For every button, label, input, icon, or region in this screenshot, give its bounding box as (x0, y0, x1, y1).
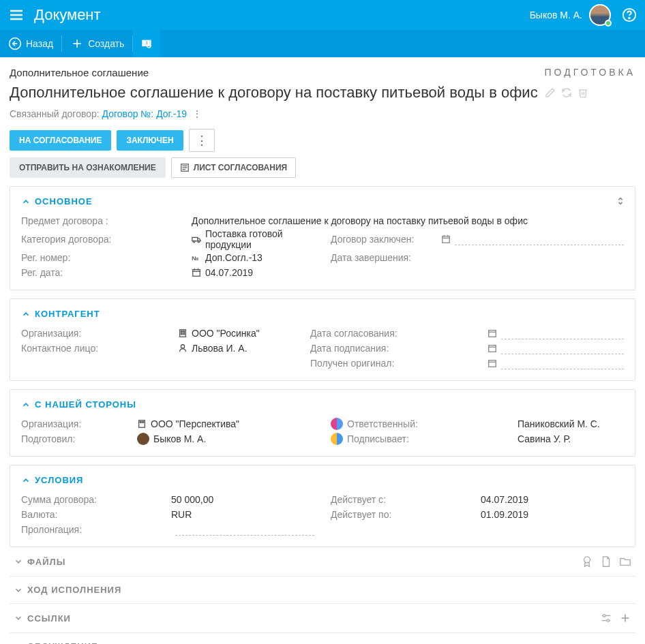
section-files[interactable]: ФАЙЛЫ (10, 547, 635, 577)
category-label: Категория договора: (21, 234, 192, 245)
panel-ourside: С НАШЕЙ СТОРОНЫ Организация: ООО "Перспе… (10, 389, 635, 457)
cp-contact-value[interactable]: Львова И. А. (178, 343, 294, 354)
delete-icon[interactable] (578, 87, 588, 98)
linked-contract-row: Связанный договор: Договор №: Дог.-19 ⋮ (10, 108, 635, 119)
calendar-icon[interactable] (487, 358, 497, 368)
cp-org-label: Организация: (21, 328, 178, 339)
discussion-title: ОБСУЖДЕНИЕ (27, 641, 98, 644)
subject-value: Дополнительное соглашение к договору на … (192, 215, 624, 226)
section-progress[interactable]: ХОД ИСПОЛНЕНИЯ (10, 577, 635, 604)
currency-value: RUR (171, 509, 314, 520)
concluded-label: Договор заключен: (331, 234, 414, 245)
prepared-value[interactable]: Быков М. А. (137, 433, 314, 445)
section-discussion[interactable]: ОБСУЖДЕНИЕ (10, 633, 635, 644)
edit-icon[interactable] (545, 87, 556, 98)
os-org-value[interactable]: ООО "Перспектива" (137, 418, 314, 429)
panel-scroll-icon[interactable] (616, 196, 625, 206)
badge-icon[interactable] (581, 555, 593, 568)
approval-date-input[interactable] (501, 327, 624, 339)
chevron-down-icon (14, 585, 23, 595)
svg-point-48 (603, 615, 606, 617)
avatar-icon (331, 433, 343, 445)
cp-org-value[interactable]: ООО "Росинка" (178, 328, 294, 339)
concluded-button[interactable]: ЗАКЛЮЧЕН (117, 130, 183, 151)
prolongation-input[interactable] (175, 523, 314, 536)
doc-title: Дополнительное соглашение к договору на … (10, 84, 538, 102)
concluded-input[interactable] (455, 233, 624, 245)
linked-value[interactable]: Договор №: Дог.-19 (102, 108, 188, 119)
chevron-down-icon (14, 613, 23, 623)
person-icon (178, 343, 188, 353)
title-actions (545, 87, 588, 98)
svg-point-36 (181, 345, 184, 348)
number-icon: № (192, 253, 201, 262)
currency-label: Валюта: (21, 509, 171, 520)
more-button[interactable]: ⋮ (189, 129, 215, 152)
svg-rect-39 (489, 346, 496, 352)
svg-rect-35 (183, 333, 185, 335)
sign-date-input[interactable] (501, 342, 624, 354)
help-icon[interactable] (622, 7, 637, 22)
back-button[interactable]: Назад (0, 30, 61, 57)
svg-rect-27 (193, 270, 200, 277)
sign-date-label: Дата подписания: (310, 343, 487, 354)
chevron-up-icon[interactable] (21, 309, 31, 319)
section-links[interactable]: ССЫЛКИ (10, 604, 635, 633)
menu-icon[interactable] (8, 7, 25, 23)
toolbar: Назад Создать (0, 30, 645, 57)
calendar-icon[interactable] (441, 234, 451, 244)
calendar-icon[interactable] (487, 343, 497, 353)
chevron-up-icon[interactable] (21, 197, 31, 206)
sum-value: 50 000,00 (171, 494, 314, 505)
panel-terms: УСЛОВИЯ Сумма договора: 50 000,00 Действ… (10, 465, 635, 547)
end-label: Дата завершения: (331, 252, 411, 263)
folder-icon[interactable] (619, 555, 631, 568)
topbar: Документ Быков М. А. (0, 0, 645, 30)
avatar[interactable] (589, 4, 611, 26)
barcode-icon (141, 37, 152, 50)
barcode-button[interactable] (133, 30, 160, 57)
approval-sheet-button[interactable]: ЛИСТ СОГЛАСОВАНИЯ (171, 157, 296, 178)
regnum-label: Рег. номер: (21, 252, 192, 263)
content-area: Дополнительное соглашение ПОДГОТОВКА Доп… (0, 57, 645, 644)
status-label: ПОДГОТОВКА (545, 67, 635, 78)
original-input[interactable] (501, 357, 624, 369)
svg-rect-32 (181, 331, 182, 333)
svg-rect-44 (140, 422, 141, 423)
chevron-up-icon[interactable] (21, 400, 31, 410)
plus-icon[interactable] (619, 612, 631, 624)
sheet-icon (180, 163, 190, 172)
chevron-up-icon[interactable] (21, 476, 31, 485)
links-title: ССЫЛКИ (27, 613, 71, 624)
create-button[interactable]: Создать (62, 30, 132, 57)
calendar-icon (192, 268, 201, 277)
to-approval-button[interactable]: НА СОГЛАСОВАНИЕ (10, 130, 111, 151)
svg-rect-34 (181, 333, 182, 335)
panel-ourside-title: С НАШЕЙ СТОРОНЫ (35, 399, 136, 410)
regnum-value: № Доп.Согл.-13 (192, 252, 314, 263)
responsible-value[interactable]: Паниковский М. С. (518, 418, 624, 429)
send-review-button[interactable]: ОТПРАВИТЬ НА ОЗНАКОМЛЕНИЕ (10, 157, 166, 178)
signer-value[interactable]: Савина У. Р. (518, 433, 624, 444)
panel-main: ОСНОВНОЕ Предмет договора : Дополнительн… (10, 186, 635, 290)
calendar-icon[interactable] (487, 328, 497, 338)
panel-terms-title: УСЛОВИЯ (35, 475, 83, 485)
chevron-down-icon (14, 642, 23, 645)
more-icon: ⋮ (196, 137, 207, 144)
panel-counterparty: КОНТРАГЕНТ Организация: ООО "Росинка" Ко… (10, 298, 635, 381)
svg-rect-33 (183, 331, 185, 333)
to-label: Действует по: (331, 509, 481, 520)
from-value: 04.07.2019 (481, 494, 624, 505)
prolongation-label: Пролонгация: (21, 524, 171, 535)
category-value[interactable]: Поставка готовой продукции (192, 228, 314, 250)
file-icon[interactable] (600, 555, 612, 568)
sliders-icon[interactable] (600, 612, 612, 624)
refresh-icon[interactable] (561, 87, 572, 98)
back-icon (8, 37, 22, 50)
more-dots-icon[interactable]: ⋮ (192, 108, 202, 119)
linked-label: Связанный договор: (10, 108, 100, 119)
user-name[interactable]: Быков М. А. (530, 10, 582, 20)
approval-date-label: Дата согласования: (310, 328, 487, 339)
original-label: Получен оригинал: (310, 358, 487, 369)
avatar-icon (331, 418, 343, 430)
